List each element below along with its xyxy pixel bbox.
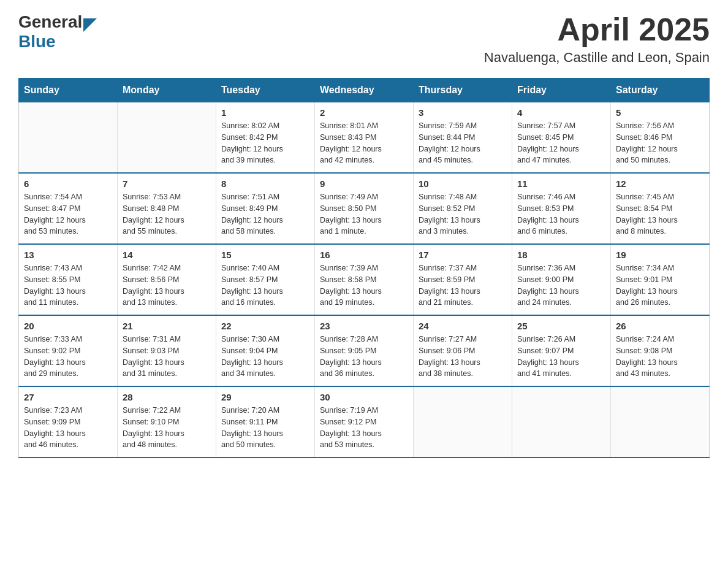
day-info: Sunrise: 7:20 AMSunset: 9:11 PMDaylight:… [221,405,309,451]
day-info: Sunrise: 7:24 AMSunset: 9:08 PMDaylight:… [616,334,704,380]
logo-blue-text: Blue [18,32,97,52]
day-number: 2 [320,107,408,118]
calendar-day-cell: 8Sunrise: 7:51 AMSunset: 8:49 PMDaylight… [216,173,315,244]
calendar-day-cell: 23Sunrise: 7:28 AMSunset: 9:05 PMDayligh… [315,315,414,386]
day-info: Sunrise: 7:56 AMSunset: 8:46 PMDaylight:… [616,120,704,166]
day-info: Sunrise: 8:02 AMSunset: 8:42 PMDaylight:… [221,120,309,166]
day-number: 17 [419,250,507,260]
day-info: Sunrise: 7:40 AMSunset: 8:57 PMDaylight:… [221,262,309,308]
day-number: 26 [616,321,704,331]
day-info: Sunrise: 7:34 AMSunset: 9:01 PMDaylight:… [616,262,704,308]
day-number: 7 [123,178,211,189]
day-info: Sunrise: 7:31 AMSunset: 9:03 PMDaylight:… [123,334,211,380]
page-subtitle: Navaluenga, Castille and Leon, Spain [484,50,710,66]
day-info: Sunrise: 7:36 AMSunset: 9:00 PMDaylight:… [517,262,605,308]
day-info: Sunrise: 7:26 AMSunset: 9:07 PMDaylight:… [517,334,605,380]
day-number: 28 [123,392,211,402]
calendar-day-cell: 1Sunrise: 8:02 AMSunset: 8:42 PMDaylight… [216,102,315,174]
day-number: 4 [517,107,605,118]
day-number: 16 [320,250,408,260]
calendar-day-cell [118,102,216,174]
calendar-day-cell: 28Sunrise: 7:22 AMSunset: 9:10 PMDayligh… [118,386,216,458]
day-info: Sunrise: 7:57 AMSunset: 8:45 PMDaylight:… [517,120,605,166]
calendar-day-cell: 24Sunrise: 7:27 AMSunset: 9:06 PMDayligh… [414,315,512,386]
logo-block: General Blue [18,12,97,52]
calendar-day-cell: 6Sunrise: 7:54 AMSunset: 8:47 PMDaylight… [19,173,118,244]
calendar-day-cell: 16Sunrise: 7:39 AMSunset: 8:58 PMDayligh… [315,244,414,315]
calendar-header-cell: Friday [512,79,611,102]
calendar-day-cell [611,386,710,458]
logo: General Blue [18,12,97,52]
calendar-header-cell: Wednesday [315,79,414,102]
calendar-header-cell: Sunday [19,79,118,102]
day-number: 27 [24,392,112,402]
day-info: Sunrise: 7:49 AMSunset: 8:50 PMDaylight:… [320,191,408,237]
calendar-day-cell: 22Sunrise: 7:30 AMSunset: 9:04 PMDayligh… [216,315,315,386]
day-number: 20 [24,321,112,331]
day-number: 21 [123,321,211,331]
calendar-day-cell: 11Sunrise: 7:46 AMSunset: 8:53 PMDayligh… [512,173,611,244]
calendar-week-row: 27Sunrise: 7:23 AMSunset: 9:09 PMDayligh… [19,386,710,458]
day-number: 24 [419,321,507,331]
day-number: 13 [24,250,112,260]
day-info: Sunrise: 7:45 AMSunset: 8:54 PMDaylight:… [616,191,704,237]
calendar-day-cell: 18Sunrise: 7:36 AMSunset: 9:00 PMDayligh… [512,244,611,315]
day-number: 10 [419,178,507,189]
calendar-day-cell: 17Sunrise: 7:37 AMSunset: 8:59 PMDayligh… [414,244,512,315]
day-info: Sunrise: 7:51 AMSunset: 8:49 PMDaylight:… [221,191,309,237]
day-number: 11 [517,178,605,189]
calendar-day-cell: 5Sunrise: 7:56 AMSunset: 8:46 PMDaylight… [611,102,710,174]
calendar-day-cell: 9Sunrise: 7:49 AMSunset: 8:50 PMDaylight… [315,173,414,244]
calendar-day-cell: 21Sunrise: 7:31 AMSunset: 9:03 PMDayligh… [118,315,216,386]
day-number: 12 [616,178,704,189]
day-info: Sunrise: 7:22 AMSunset: 9:10 PMDaylight:… [123,405,211,451]
day-number: 14 [123,250,211,260]
logo-arrow-icon [83,18,97,32]
day-number: 6 [24,178,112,189]
day-info: Sunrise: 7:59 AMSunset: 8:44 PMDaylight:… [419,120,507,166]
day-number: 25 [517,321,605,331]
day-number: 8 [221,178,309,189]
calendar-day-cell: 13Sunrise: 7:43 AMSunset: 8:55 PMDayligh… [19,244,118,315]
day-info: Sunrise: 7:33 AMSunset: 9:02 PMDaylight:… [24,334,112,380]
day-number: 9 [320,178,408,189]
calendar-body: 1Sunrise: 8:02 AMSunset: 8:42 PMDaylight… [19,102,710,458]
calendar-day-cell: 15Sunrise: 7:40 AMSunset: 8:57 PMDayligh… [216,244,315,315]
day-number: 1 [221,107,309,118]
calendar-header: SundayMondayTuesdayWednesdayThursdayFrid… [19,79,710,102]
day-info: Sunrise: 7:54 AMSunset: 8:47 PMDaylight:… [24,191,112,237]
day-number: 23 [320,321,408,331]
day-info: Sunrise: 7:19 AMSunset: 9:12 PMDaylight:… [320,405,408,451]
day-number: 18 [517,250,605,260]
day-number: 15 [221,250,309,260]
day-info: Sunrise: 7:30 AMSunset: 9:04 PMDaylight:… [221,334,309,380]
day-number: 29 [221,392,309,402]
calendar-day-cell: 10Sunrise: 7:48 AMSunset: 8:52 PMDayligh… [414,173,512,244]
day-info: Sunrise: 7:27 AMSunset: 9:06 PMDaylight:… [419,334,507,380]
day-number: 22 [221,321,309,331]
day-info: Sunrise: 7:28 AMSunset: 9:05 PMDaylight:… [320,334,408,380]
day-info: Sunrise: 8:01 AMSunset: 8:43 PMDaylight:… [320,120,408,166]
day-info: Sunrise: 7:46 AMSunset: 8:53 PMDaylight:… [517,191,605,237]
calendar-day-cell: 27Sunrise: 7:23 AMSunset: 9:09 PMDayligh… [19,386,118,458]
page-title: April 2025 [484,12,710,47]
calendar-day-cell: 25Sunrise: 7:26 AMSunset: 9:07 PMDayligh… [512,315,611,386]
day-info: Sunrise: 7:39 AMSunset: 8:58 PMDaylight:… [320,262,408,308]
day-info: Sunrise: 7:43 AMSunset: 8:55 PMDaylight:… [24,262,112,308]
calendar-day-cell: 3Sunrise: 7:59 AMSunset: 8:44 PMDaylight… [414,102,512,174]
calendar-header-cell: Thursday [414,79,512,102]
calendar-table: SundayMondayTuesdayWednesdayThursdayFrid… [18,78,710,458]
calendar-week-row: 20Sunrise: 7:33 AMSunset: 9:02 PMDayligh… [19,315,710,386]
day-info: Sunrise: 7:42 AMSunset: 8:56 PMDaylight:… [123,262,211,308]
day-info: Sunrise: 7:48 AMSunset: 8:52 PMDaylight:… [419,191,507,237]
day-number: 5 [616,107,704,118]
calendar-header-row: SundayMondayTuesdayWednesdayThursdayFrid… [19,79,710,102]
calendar-day-cell: 4Sunrise: 7:57 AMSunset: 8:45 PMDaylight… [512,102,611,174]
day-info: Sunrise: 7:53 AMSunset: 8:48 PMDaylight:… [123,191,211,237]
page-header: General Blue April 2025 Navaluenga, Cast… [18,12,710,66]
title-block: April 2025 Navaluenga, Castille and Leon… [484,12,710,66]
svg-marker-0 [83,18,97,32]
day-info: Sunrise: 7:37 AMSunset: 8:59 PMDaylight:… [419,262,507,308]
calendar-day-cell: 29Sunrise: 7:20 AMSunset: 9:11 PMDayligh… [216,386,315,458]
calendar-day-cell: 7Sunrise: 7:53 AMSunset: 8:48 PMDaylight… [118,173,216,244]
